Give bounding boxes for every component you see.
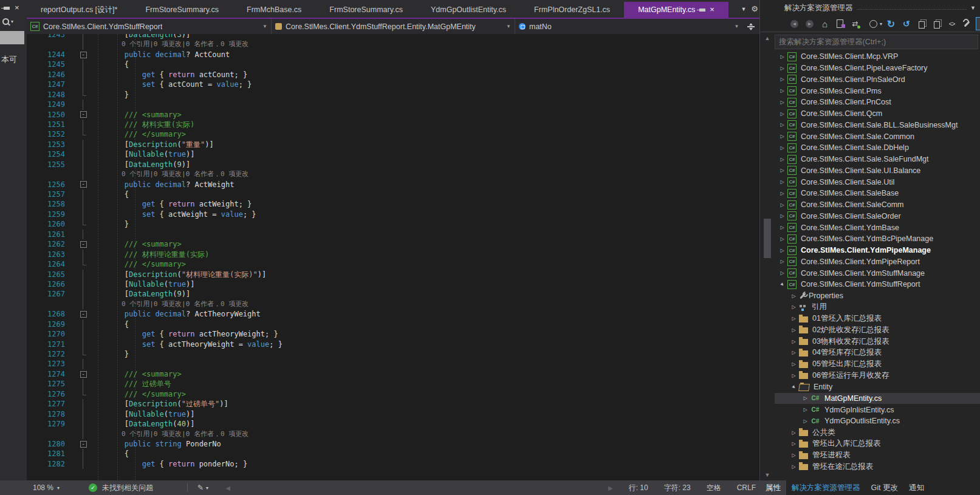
pin-icon[interactable] — [4, 7, 10, 10]
code-line[interactable]: 1259 set { actWeight = value; } — [27, 210, 759, 219]
code-line[interactable]: 1258 get { return actWeight; } — [27, 199, 759, 209]
indentation-mode[interactable]: 空格 — [707, 483, 721, 493]
tree-item[interactable]: ▷C#Core.StlMes.Client.Mcp.VRP — [775, 51, 980, 63]
tree-item[interactable]: ▼C#Core.StlMes.Client.YdmStuffReport — [775, 279, 980, 290]
editor-tab[interactable]: FrmStoreSummary.cs — [131, 2, 233, 18]
expander-icon[interactable]: ▷ — [777, 111, 787, 117]
codelens-line[interactable]: 0 个引用|0 项更改|0 名作者，0 项更改 — [27, 429, 759, 439]
editor-tab[interactable]: FrmPlnOrderZgSL1.cs — [520, 2, 624, 18]
split-editor-icon[interactable] — [742, 19, 759, 34]
codelens-line[interactable]: 0 个引用|0 项更改|0 名作者，0 项更改 — [27, 299, 759, 309]
expander-icon[interactable]: ▼ — [776, 279, 787, 290]
tree-item[interactable]: ▷03物料收发存汇总报表 — [775, 336, 980, 347]
code-line[interactable]: 1276 /// </summary> — [27, 389, 759, 399]
pending-changes-filter-icon[interactable] — [864, 18, 882, 30]
expander-icon[interactable]: ▷ — [789, 452, 799, 458]
code-line[interactable]: 1250 /// <summary> — [27, 110, 759, 120]
code-line[interactable]: 1243 [DataLength(3)] — [27, 34, 759, 39]
code-line[interactable]: 1278 [Nullable(true)] — [27, 409, 759, 419]
close-icon[interactable]: × — [15, 5, 19, 11]
home-icon[interactable] — [818, 18, 831, 30]
panel-menu-chevron-icon[interactable]: ▼ — [970, 5, 976, 11]
code-line[interactable]: 1245 { — [27, 60, 759, 69]
solution-explorer-header[interactable]: 解决方案资源管理器 ▼ — [760, 0, 980, 16]
tree-item[interactable]: ▷05管坯出库汇总报表 — [775, 358, 980, 370]
tree-item[interactable]: ▷C#Core.StlMes.Client.SaleComm — [775, 199, 980, 211]
tool-window-tab[interactable]: 解决方案资源管理器 — [786, 480, 866, 495]
line-ending[interactable]: CRLF — [737, 483, 756, 492]
refresh-icon[interactable] — [885, 18, 897, 30]
forward-icon[interactable] — [803, 18, 816, 30]
expander-icon[interactable]: ▼ — [788, 381, 799, 392]
tree-item[interactable]: ▷C#Core.StlMes.Client.Qcm — [775, 108, 980, 120]
expander-icon[interactable]: ▷ — [800, 395, 810, 401]
code-line[interactable]: 1280 public string PonderNo — [27, 439, 759, 449]
tree-item[interactable]: ▷C#Core.StlMes.Client.Pms — [775, 85, 980, 97]
code-line[interactable]: 1246 get { return actCount; } — [27, 70, 759, 80]
code-line[interactable]: 1262 /// <summary> — [27, 239, 759, 249]
expander-icon[interactable]: ▷ — [789, 316, 799, 321]
expander-icon[interactable]: ▷ — [789, 441, 799, 446]
tree-item[interactable]: ▷C#Core.StlMes.Client.YdmBase — [775, 222, 980, 233]
expander-icon[interactable]: ▷ — [789, 304, 799, 310]
tree-item[interactable]: ▷C#Core.StlMes.Client.SaleOrder — [775, 211, 980, 222]
tree-item[interactable]: ▷Properties — [775, 290, 980, 302]
switch-views-icon[interactable] — [834, 18, 846, 30]
expander-icon[interactable]: ▷ — [777, 134, 787, 139]
code-line[interactable]: 1266 [Nullable(true)] — [27, 279, 759, 289]
code-line[interactable]: 1279 [DataLength(40)] — [27, 419, 759, 429]
show-all-files-icon[interactable] — [915, 18, 928, 30]
tree-item[interactable]: ▷01管坯入库汇总报表 — [775, 313, 980, 324]
fold-collapse-icon[interactable] — [77, 309, 89, 319]
code-line[interactable]: 1251 /// 材料实重(实际) — [27, 120, 759, 129]
tree-item[interactable]: ▷管坯进程表 — [775, 449, 980, 461]
expander-icon[interactable]: ▷ — [777, 270, 787, 276]
code-line[interactable]: 1249 — [27, 100, 759, 109]
tree-item[interactable]: ▷C#YdmGpInlistEntity.cs — [775, 404, 980, 415]
tree-item[interactable]: ▷公共类 — [775, 427, 980, 439]
fold-collapse-icon[interactable] — [77, 50, 89, 60]
expander-icon[interactable]: ▷ — [777, 259, 787, 264]
dock-search[interactable]: ▾ — [0, 15, 27, 29]
expander-icon[interactable]: ▷ — [777, 122, 787, 128]
pager-right-icon[interactable]: ▶ — [608, 485, 613, 491]
close-icon[interactable]: × — [710, 2, 714, 18]
tool-window-tab[interactable]: Git 更改 — [866, 480, 903, 495]
expander-icon[interactable]: ▷ — [789, 350, 799, 355]
code-line[interactable]: 1270 get { return actTheoryWeight; } — [27, 329, 759, 339]
code-line[interactable]: 1282 get { return ponderNo; } — [27, 459, 759, 469]
code-line[interactable]: 1257 { — [27, 189, 759, 199]
expander-icon[interactable]: ▷ — [789, 430, 799, 435]
tree-item[interactable]: ▷C#Core.StlMes.Client.Sale.UI.Balance — [775, 165, 980, 177]
codelens-line[interactable]: 0 个引用|0 项更改|0 名作者，0 项更改 — [27, 169, 759, 179]
fold-collapse-icon[interactable] — [77, 439, 89, 449]
tree-item[interactable]: ▷04管坯库存汇总报表 — [775, 347, 980, 359]
editor-tab[interactable]: YdmGpOutlistEntity.cs — [417, 2, 520, 18]
fold-collapse-icon[interactable] — [77, 180, 89, 189]
scrollbar-down-icon[interactable]: ▼ — [762, 472, 773, 478]
code-line[interactable]: 1261 — [27, 230, 759, 239]
copy-path-icon[interactable] — [930, 18, 943, 30]
editor-tab[interactable]: MatGpMEntity.cs× — [624, 2, 728, 18]
expander-icon[interactable]: ▷ — [789, 327, 799, 333]
code-line[interactable]: 1256 public decimal? ActWeight — [27, 180, 759, 189]
fold-collapse-icon[interactable] — [77, 110, 89, 120]
code-line[interactable]: 1263 /// 材料理论重量(实际) — [27, 250, 759, 259]
tree-item[interactable]: ▷C#Core.StlMes.Client.PipeLeaveFactory — [775, 63, 980, 74]
tree-item[interactable]: ▷管坯在途汇总报表 — [775, 461, 980, 473]
expander-icon[interactable]: ▷ — [777, 191, 787, 196]
tree-item[interactable]: ▷06管坯运行年月收发存 — [775, 370, 980, 381]
tree-item[interactable]: ▷C#Core.StlMes.Client.YdmStuffManage — [775, 267, 980, 279]
code-line[interactable]: 1255 [DataLength(9)] — [27, 160, 759, 169]
tree-item[interactable]: ▷引用 — [775, 302, 980, 313]
solution-search-input[interactable]: 搜索解决方案资源管理器(Ctrl+;) — [775, 35, 978, 49]
back-icon[interactable] — [788, 18, 801, 30]
caret-line[interactable]: 行: 10 — [629, 483, 648, 493]
code-line[interactable]: 1253 [Description("重量")] — [27, 140, 759, 149]
properties-icon[interactable] — [961, 18, 973, 30]
editor-tab[interactable]: FrmMchBase.cs — [233, 2, 315, 18]
code-line[interactable]: 1275 /// 过磅单号 — [27, 379, 759, 389]
code-editor[interactable]: 1243 [DataLength(3)] 0 个引用|0 项更改|0 名作者，0… — [27, 34, 759, 480]
tab-options-gear-icon[interactable]: ⚙ — [751, 4, 758, 13]
tab-list-chevron-icon[interactable]: ▼ — [741, 6, 746, 12]
